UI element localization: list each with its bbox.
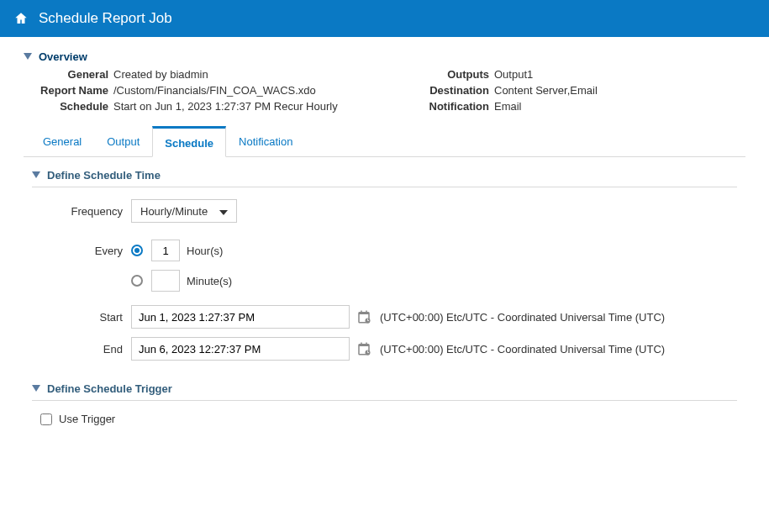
every-minute-row: Minute(s) (32, 270, 737, 292)
ov-outputs-label: Outputs (427, 68, 494, 81)
page-title: Schedule Report Job (39, 10, 172, 27)
end-input[interactable] (131, 337, 350, 361)
tab-output[interactable]: Output (94, 126, 152, 157)
tab-schedule[interactable]: Schedule (152, 126, 226, 157)
start-label: Start (32, 311, 131, 324)
sched-header[interactable]: Define Schedule Time (32, 169, 737, 187)
svg-marker-2 (219, 210, 228, 215)
ov-notification-value: Email (494, 100, 522, 113)
caret-down-icon (32, 385, 40, 393)
ov-destination-value: Content Server,Email (494, 84, 598, 97)
ov-notification-row: Notification Email (427, 100, 598, 113)
sched-heading: Define Schedule Time (47, 169, 161, 182)
overview-heading: Overview (39, 50, 87, 63)
minutes-label: Minute(s) (187, 275, 232, 287)
overview-section: Overview General Created by biadmin Repo… (24, 50, 745, 116)
caret-down-icon (32, 171, 40, 180)
overview-col-left: General Created by biadmin Report Name /… (34, 68, 387, 116)
hour-radio[interactable] (131, 245, 143, 256)
trigger-section: Define Schedule Trigger Use Trigger (32, 382, 737, 425)
calendar-icon[interactable] (356, 309, 371, 324)
home-icon[interactable] (13, 11, 29, 26)
use-trigger-label: Use Trigger (59, 413, 115, 425)
every-label: Every (32, 245, 131, 257)
overview-body: General Created by biadmin Report Name /… (24, 68, 745, 116)
tabs: General Output Schedule Notification (24, 126, 745, 157)
use-trigger-checkbox[interactable] (40, 413, 52, 425)
sched-form: Frequency Hourly/Minute Every Hour(s) (32, 199, 737, 361)
ov-notification-label: Notification (427, 100, 494, 113)
content: Overview General Created by biadmin Repo… (0, 37, 769, 425)
ov-general-row: General Created by biadmin (34, 68, 387, 81)
tab-general[interactable]: General (30, 126, 94, 157)
overview-col-right: Outputs Output1 Destination Content Serv… (427, 68, 598, 116)
frequency-value: Hourly/Minute (140, 205, 208, 218)
chevron-down-icon (219, 205, 228, 218)
svg-marker-0 (24, 53, 32, 60)
ov-schedule-value: Start on Jun 1, 2023 1:27:37 PM Recur Ho… (113, 100, 338, 113)
frequency-select[interactable]: Hourly/Minute (131, 199, 237, 223)
ov-destination-row: Destination Content Server,Email (427, 84, 598, 97)
schedule-panel: Define Schedule Time Frequency Hourly/Mi… (24, 157, 745, 425)
ov-outputs-row: Outputs Output1 (427, 68, 598, 81)
ov-reportname-value: /Custom/Financials/FIN_COA_WACS.xdo (113, 84, 316, 97)
every-hour-input[interactable] (151, 240, 180, 261)
every-hour-row: Every Hour(s) (32, 240, 737, 261)
tab-notification[interactable]: Notification (226, 126, 305, 157)
end-timezone: (UTC+00:00) Etc/UTC - Coordinated Univer… (380, 343, 665, 356)
every-minute-input[interactable] (151, 270, 180, 292)
ov-outputs-value: Output1 (494, 68, 533, 81)
end-row: End (UTC+00:00) Etc/UTC - Coordinated Un… (32, 337, 737, 361)
start-row: Start (UTC+00:00) Etc/UTC - Coordinated … (32, 305, 737, 329)
trigger-heading: Define Schedule Trigger (47, 382, 172, 395)
hours-label: Hour(s) (187, 245, 223, 257)
app-header: Schedule Report Job (0, 0, 769, 37)
start-timezone: (UTC+00:00) Etc/UTC - Coordinated Univer… (380, 311, 665, 324)
ov-general-value: Created by biadmin (113, 68, 208, 81)
ov-reportname-row: Report Name /Custom/Financials/FIN_COA_W… (34, 84, 387, 97)
ov-general-label: General (34, 68, 113, 81)
ov-schedule-label: Schedule (34, 100, 113, 113)
ov-reportname-label: Report Name (34, 84, 113, 97)
svg-marker-5 (32, 385, 40, 392)
overview-header[interactable]: Overview (24, 50, 745, 63)
calendar-icon[interactable] (356, 341, 371, 356)
start-input[interactable] (131, 305, 350, 329)
end-label: End (32, 343, 131, 356)
minute-radio[interactable] (131, 275, 143, 287)
trigger-header[interactable]: Define Schedule Trigger (32, 382, 737, 401)
svg-marker-1 (32, 171, 40, 178)
use-trigger-row: Use Trigger (32, 413, 737, 425)
ov-destination-label: Destination (427, 84, 494, 97)
frequency-row: Frequency Hourly/Minute (32, 199, 737, 223)
frequency-label: Frequency (32, 205, 131, 218)
caret-down-icon (24, 53, 32, 61)
ov-schedule-row: Schedule Start on Jun 1, 2023 1:27:37 PM… (34, 100, 387, 113)
